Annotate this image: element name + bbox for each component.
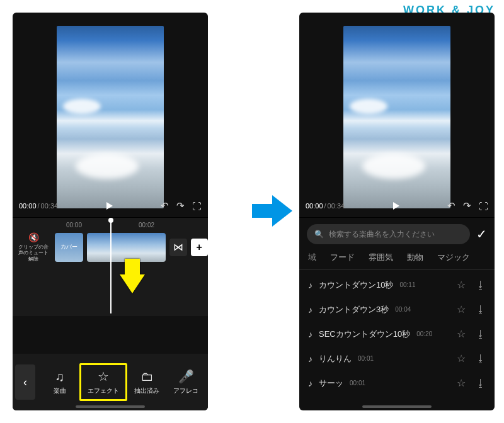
download-icon[interactable]: ⭳ <box>476 279 486 291</box>
tab-extracted-label: 抽出済み <box>134 386 159 395</box>
category-tab[interactable]: 域 <box>308 252 316 263</box>
video-frame[interactable] <box>57 26 164 208</box>
music-note-icon: ♪ <box>308 280 312 290</box>
music-note-icon: ♪ <box>308 354 312 364</box>
phone-screenshot-left: 00:00 / 00:34 ↶ ↷ ⛶ 00:00 00:02 🔇 クリップの音… <box>13 13 208 410</box>
category-tab[interactable]: フード <box>330 252 355 263</box>
music-note-icon: ♪ <box>308 378 312 388</box>
mic-icon: 🎤 <box>178 369 194 384</box>
bottom-tabs: ‹ ♫ 楽曲 ☆ エフェクト 🗀 抽出済み 🎤 アフレコ <box>13 354 208 410</box>
player-bar: 00:00 / 00:34 ↶ ↷ ⛶ <box>299 195 495 217</box>
track-row[interactable]: ♪ りんりん 00:01 ☆ ⭳ <box>299 346 495 371</box>
track-list[interactable]: ♪ カウントダウン10秒 00:11 ☆ ⭳ ♪ カウントダウン3秒 00:04… <box>299 270 495 398</box>
time-current: 00:00 <box>306 202 323 210</box>
music-note-icon: ♪ <box>308 329 312 339</box>
track-name: りんりん <box>319 353 352 364</box>
track-duration: 00:04 <box>395 306 411 313</box>
transition-button[interactable]: ⋈ <box>169 239 186 256</box>
clip-thumbnails[interactable] <box>87 233 166 262</box>
track-name: SECカウントダウン10秒 <box>319 329 410 340</box>
cover-label: カバー <box>60 243 77 251</box>
track-name: サーッ <box>319 378 343 389</box>
track-name: カウントダウン10秒 <box>319 279 393 291</box>
search-icon: 🔍 <box>314 230 324 239</box>
tab-music[interactable]: ♫ 楽曲 <box>40 369 79 395</box>
category-tab[interactable]: 雰囲気 <box>369 252 393 263</box>
tab-effect[interactable]: ☆ エフェクト <box>79 363 127 401</box>
redo-icon[interactable]: ↷ <box>176 200 185 212</box>
favorite-icon[interactable]: ☆ <box>457 328 466 340</box>
video-preview: 00:00 / 00:34 ↶ ↷ ⛶ <box>299 13 495 217</box>
add-clip-button[interactable]: + <box>191 239 208 256</box>
video-frame[interactable] <box>343 26 450 208</box>
track-row[interactable]: ♪ SECカウントダウン10秒 00:20 ☆ ⭳ <box>299 322 495 346</box>
video-preview: 00:00 / 00:34 ↶ ↷ ⛶ <box>13 13 208 217</box>
home-indicator[interactable] <box>362 405 432 408</box>
mute-label: クリップの音声のミュート解除 <box>18 244 49 262</box>
tab-afreco[interactable]: 🎤 アフレコ <box>166 369 205 395</box>
fullscreen-icon[interactable]: ⛶ <box>192 201 202 212</box>
play-button[interactable] <box>58 201 161 211</box>
favorite-icon[interactable]: ☆ <box>457 303 466 315</box>
category-tab[interactable]: マジック <box>437 252 470 263</box>
annotation-arrow <box>120 274 145 293</box>
tab-effect-label: エフェクト <box>88 386 119 395</box>
track-duration: 00:11 <box>399 281 415 288</box>
fullscreen-icon[interactable]: ⛶ <box>479 201 488 212</box>
track-duration: 00:20 <box>416 330 432 337</box>
search-placeholder: 検索する楽曲名を入力ください <box>329 229 435 240</box>
sound-panel: 🔍 検索する楽曲名を入力ください ✓ 域 フード 雰囲気 動物 マジック ♪ カ… <box>299 218 495 398</box>
undo-icon[interactable]: ↶ <box>161 200 169 212</box>
favorite-icon[interactable]: ☆ <box>457 352 466 364</box>
flow-arrow <box>252 195 290 227</box>
category-tabs: 域 フード 雰囲気 動物 マジック <box>299 249 495 270</box>
mute-icon: 🔇 <box>16 232 51 243</box>
download-icon[interactable]: ⭳ <box>476 353 486 364</box>
track-duration: 00:01 <box>358 355 374 362</box>
track-row[interactable]: ♪ カウントダウン3秒 00:04 ☆ ⭳ <box>299 297 495 322</box>
redo-icon[interactable]: ↷ <box>463 200 471 212</box>
download-icon[interactable]: ⭳ <box>476 378 486 389</box>
download-icon[interactable]: ⭳ <box>476 304 486 315</box>
folder-icon: 🗀 <box>140 369 153 384</box>
tab-extracted[interactable]: 🗀 抽出済み <box>127 369 166 395</box>
home-indicator[interactable] <box>76 405 145 408</box>
phone-screenshot-right: 00:00 / 00:34 ↶ ↷ ⛶ 🔍 検索する楽曲名を入力ください ✓ 域… <box>299 13 495 410</box>
track-duration: 00:01 <box>350 380 365 386</box>
mute-toggle[interactable]: 🔇 クリップの音声のミュート解除 <box>16 232 51 262</box>
player-bar: 00:00 / 00:34 ↶ ↷ ⛶ <box>13 195 208 217</box>
favorite-icon[interactable]: ☆ <box>457 279 466 291</box>
favorite-icon[interactable]: ☆ <box>457 377 466 389</box>
time-total: 00:34 <box>328 202 345 210</box>
confirm-button[interactable]: ✓ <box>476 227 487 242</box>
undo-icon[interactable]: ↶ <box>447 200 455 212</box>
time-separator: / <box>37 202 41 210</box>
track-row[interactable]: ♪ サーッ 00:01 ☆ ⭳ <box>299 371 495 395</box>
playhead[interactable] <box>110 219 112 313</box>
music-note-icon: ♫ <box>55 369 65 384</box>
track-name: カウントダウン3秒 <box>319 304 389 315</box>
search-input[interactable]: 🔍 検索する楽曲名を入力ください <box>307 224 470 244</box>
play-button[interactable] <box>345 201 447 211</box>
star-icon: ☆ <box>98 369 109 384</box>
download-icon[interactable]: ⭳ <box>476 329 486 340</box>
time-total: 00:34 <box>41 202 59 210</box>
tab-music-label: 楽曲 <box>54 386 66 395</box>
track-row[interactable]: ♪ カウントダウン10秒 00:11 ☆ ⭳ <box>299 273 495 297</box>
music-note-icon: ♪ <box>308 305 312 315</box>
time-current: 00:00 <box>19 202 37 210</box>
tab-afreco-label: アフレコ <box>173 386 198 395</box>
category-tab[interactable]: 動物 <box>407 252 423 263</box>
cover-thumbnail[interactable]: カバー <box>55 233 83 262</box>
timeline[interactable]: 00:00 00:02 🔇 クリップの音声のミュート解除 カバー ⋈ + <box>13 218 208 316</box>
back-button[interactable]: ‹ <box>15 364 35 400</box>
time-separator: / <box>323 202 328 210</box>
